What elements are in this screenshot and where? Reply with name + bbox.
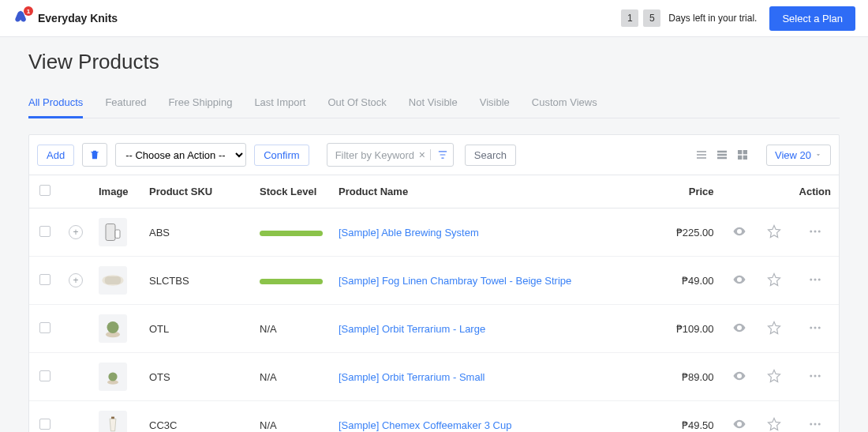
col-stock: Stock Level xyxy=(252,175,331,208)
page-title: View Products xyxy=(28,50,840,74)
svg-point-9 xyxy=(818,278,821,280)
stock-bar xyxy=(260,231,323,236)
tab-custom-views[interactable]: Custom Views xyxy=(532,92,597,118)
tab-out-of-stock[interactable]: Out Of Stock xyxy=(327,92,386,118)
svg-point-4 xyxy=(818,230,821,232)
brand-wrap: 1 Everyday Knits xyxy=(13,9,118,27)
delete-button[interactable] xyxy=(82,143,107,167)
row-checkbox[interactable] xyxy=(39,274,51,285)
products-table: Image Product SKU Stock Level Product Na… xyxy=(29,175,839,432)
row-checkbox[interactable] xyxy=(39,226,51,237)
app-logo-icon[interactable]: 1 xyxy=(13,9,30,27)
more-actions-icon[interactable] xyxy=(808,369,822,383)
star-icon[interactable] xyxy=(767,272,781,287)
svg-point-3 xyxy=(814,230,816,232)
clear-filter-icon[interactable]: × xyxy=(414,148,430,161)
svg-rect-6 xyxy=(105,276,121,284)
visibility-icon[interactable] xyxy=(732,272,746,287)
trial-digit-2: 5 xyxy=(643,9,660,27)
tab-featured[interactable]: Featured xyxy=(105,92,146,118)
cell-sku: CC3C xyxy=(141,401,252,433)
cell-stock xyxy=(252,257,331,305)
tab-visible[interactable]: Visible xyxy=(480,92,510,118)
star-icon[interactable] xyxy=(767,224,781,239)
cell-sku: ABS xyxy=(141,208,252,257)
svg-point-22 xyxy=(814,423,816,425)
more-actions-icon[interactable] xyxy=(808,321,822,335)
cell-sku: SLCTBS xyxy=(141,257,252,305)
svg-rect-20 xyxy=(111,417,114,419)
table-row: OTLN/A[Sample] Orbit Terrarium - Large₱1… xyxy=(29,305,839,353)
tabs: All ProductsFeaturedFree ShippingLast Im… xyxy=(28,92,840,118)
tab-not-visible[interactable]: Not Visible xyxy=(409,92,458,118)
table-row: OTSN/A[Sample] Orbit Terrarium - Small₱8… xyxy=(29,353,839,401)
table-row: +SLCTBS[Sample] Fog Linen Chambray Towel… xyxy=(29,257,839,305)
product-name-link[interactable]: [Sample] Orbit Terrarium - Large xyxy=(339,323,485,335)
cell-price: ₱225.00 xyxy=(651,208,722,257)
products-panel: Add -- Choose an Action -- Confirm × Sea… xyxy=(28,134,840,432)
svg-point-19 xyxy=(818,374,821,377)
table-row: CC3CN/A[Sample] Chemex Coffeemaker 3 Cup… xyxy=(29,401,839,433)
svg-point-17 xyxy=(810,374,812,377)
tab-all-products[interactable]: All Products xyxy=(28,92,83,118)
expand-button[interactable]: + xyxy=(69,273,83,287)
visibility-icon[interactable] xyxy=(732,321,746,335)
visibility-icon[interactable] xyxy=(732,224,746,239)
view-list-icon[interactable] xyxy=(716,148,728,161)
product-name-link[interactable]: [Sample] Fog Linen Chambray Towel - Beig… xyxy=(339,275,571,287)
filter-input-wrap: × xyxy=(327,143,454,167)
tab-free-shipping[interactable]: Free Shipping xyxy=(168,92,232,118)
product-thumbnail xyxy=(99,363,127,391)
bulk-action-select[interactable]: -- Choose an Action -- xyxy=(115,143,246,167)
view-count-label: View 20 xyxy=(775,149,811,161)
row-checkbox[interactable] xyxy=(39,419,51,430)
product-name-link[interactable]: [Sample] Able Brewing System xyxy=(339,227,479,239)
star-icon[interactable] xyxy=(767,321,781,335)
filter-funnel-icon[interactable] xyxy=(430,149,448,160)
cell-sku: OTS xyxy=(141,353,252,401)
cell-price: ₱109.00 xyxy=(651,305,722,353)
cell-stock: N/A xyxy=(252,353,331,401)
star-icon[interactable] xyxy=(767,417,781,431)
select-all-checkbox[interactable] xyxy=(39,185,51,196)
product-name-link[interactable]: [Sample] Orbit Terrarium - Small xyxy=(339,371,485,383)
product-name-link[interactable]: [Sample] Chemex Coffeemaker 3 Cup xyxy=(339,419,511,431)
cell-price: ₱49.50 xyxy=(651,401,722,433)
search-button[interactable]: Search xyxy=(465,145,516,166)
svg-point-16 xyxy=(108,372,117,381)
filter-input[interactable] xyxy=(335,149,414,161)
trial-text: Days left in your trial. xyxy=(668,13,757,24)
svg-point-21 xyxy=(810,423,812,425)
visibility-icon[interactable] xyxy=(732,369,746,383)
col-image: Image xyxy=(91,175,141,208)
table-row: +ABS[Sample] Able Brewing System₱225.00 xyxy=(29,208,839,257)
row-checkbox[interactable] xyxy=(39,322,51,333)
product-thumbnail xyxy=(99,411,127,432)
select-plan-button[interactable]: Select a Plan xyxy=(769,6,855,31)
cell-price: ₱49.00 xyxy=(651,257,722,305)
svg-rect-0 xyxy=(106,224,115,241)
product-thumbnail xyxy=(99,266,127,295)
more-actions-icon[interactable] xyxy=(808,224,822,239)
cell-sku: OTL xyxy=(141,305,252,353)
tab-last-import[interactable]: Last Import xyxy=(254,92,305,118)
svg-point-7 xyxy=(810,278,812,280)
view-grid-icon[interactable] xyxy=(736,148,749,161)
expand-button[interactable]: + xyxy=(69,225,83,239)
more-actions-icon[interactable] xyxy=(808,417,822,431)
more-actions-icon[interactable] xyxy=(808,272,822,287)
visibility-icon[interactable] xyxy=(732,417,746,431)
row-checkbox[interactable] xyxy=(39,370,51,381)
view-list-dense-icon[interactable] xyxy=(695,148,708,161)
svg-point-8 xyxy=(814,278,816,280)
confirm-button[interactable]: Confirm xyxy=(254,145,309,166)
star-icon[interactable] xyxy=(767,369,781,383)
col-sku: Product SKU xyxy=(141,175,252,208)
cell-price: ₱89.00 xyxy=(651,353,722,401)
product-thumbnail xyxy=(99,218,127,246)
svg-point-13 xyxy=(814,326,816,329)
view-count-dropdown[interactable]: View 20 xyxy=(766,145,831,166)
notification-badge: 1 xyxy=(24,6,33,16)
add-button[interactable]: Add xyxy=(37,145,74,166)
trial-counter: 1 5 Days left in your trial. xyxy=(621,9,757,27)
